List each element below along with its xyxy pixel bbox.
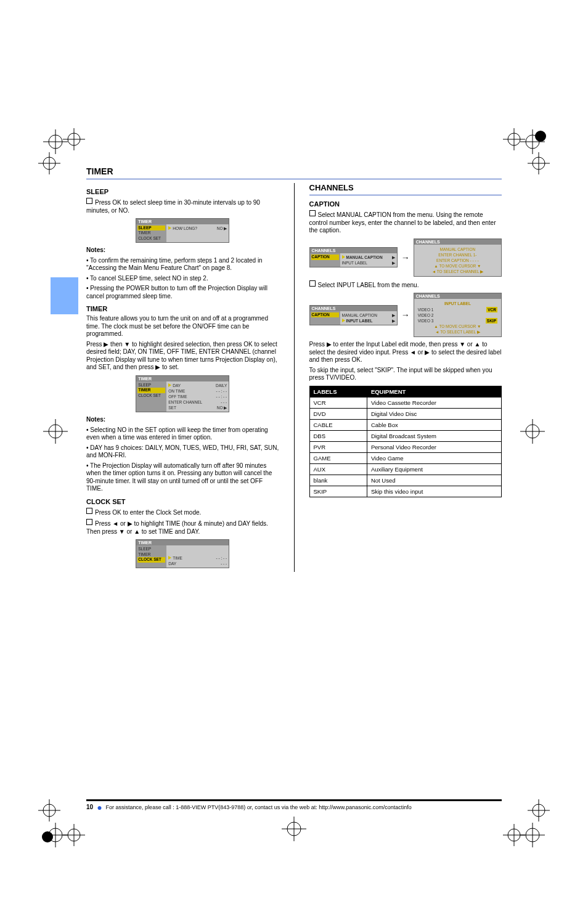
crop-mark-icon	[37, 413, 74, 450]
osd-sleep: TIMER SLEEP TIMER CLOCK SET HOW LONG?NO …	[136, 218, 229, 243]
table-row: PVRPersonal Video Recorder	[309, 441, 502, 452]
osd-side-item: TIMER	[137, 552, 165, 557]
table-cell: Digital Video Disc	[367, 408, 501, 419]
table-cell: Video Cassette Recorder	[367, 397, 501, 408]
osd-side: SLEEP TIMER CLOCK SET	[136, 224, 166, 242]
osd-foot: ▲ TO MOVE CURSOR ▼	[418, 324, 497, 329]
cursor-icon	[342, 255, 345, 259]
right-column: CHANNELS CAPTION Select MANUAL CAPTION f…	[309, 183, 502, 572]
osd-row-label: INPUT LABEL	[346, 319, 373, 323]
checkbox-icon	[86, 198, 92, 204]
osd-row-value: ▶	[392, 260, 395, 266]
table-row: VCRVideo Cassette Recorder	[309, 397, 502, 408]
content-area: TIMER SLEEP Press OK to select sleep tim…	[86, 166, 502, 810]
table-cell: VCR	[309, 397, 367, 408]
crop-corner-icon	[526, 151, 551, 176]
sleep-bullet-text: Press OK to select sleep time in 30-minu…	[86, 199, 260, 214]
sleep-note: • To confirm the remaining time, perform…	[86, 257, 279, 272]
osd-row-label: SET	[168, 405, 176, 410]
table-row: DVDDigital Video Disc	[309, 408, 502, 419]
clock-b2: Press ◄ or ▶ to highlight TIME (hour & m…	[86, 520, 268, 535]
timer-step: Press ▶ then ▼ to highlight desired sele…	[86, 341, 279, 372]
osd-channels-manual-right: CHANNELS MANUAL CAPTION ENTER CHANNEL 1-…	[414, 238, 502, 277]
crop-corner-icon	[62, 127, 86, 152]
osd-title-line: INPUT LABEL	[418, 301, 497, 306]
osd-manual-pair: CHANNELS CAPTION MANUAL CAPTION▶ INPUT L…	[309, 238, 502, 277]
arrow-right-icon: →	[401, 253, 410, 263]
cursor-icon	[342, 319, 345, 322]
checkbox-icon	[86, 508, 92, 514]
labels-table: LABELS EQUIPMENT VCRVideo Cassette Recor…	[309, 386, 502, 497]
crop-corner-icon	[37, 798, 62, 823]
footer-note: For assistance, please call : 1-888-VIEW…	[106, 804, 412, 810]
checkbox-icon	[309, 280, 316, 287]
crop-corner-icon	[526, 798, 551, 823]
timer-note: • Selecting NO in the SET option will ke…	[86, 426, 279, 442]
section-tab	[51, 277, 78, 314]
table-head-cell: LABELS	[309, 386, 367, 397]
osd-clock: TIMER SLEEP TIMER CLOCK SET TIME- - : - …	[136, 539, 229, 568]
caption-heading: CAPTION	[309, 200, 502, 208]
table-cell: GAME	[309, 452, 367, 463]
clock-bullet: Press ◄ or ▶ to highlight TIME (hour & m…	[86, 519, 279, 536]
osd-header: CHANNELS	[414, 293, 501, 299]
table-head-cell: EQUIPMENT	[367, 386, 501, 397]
table-cell: AUX	[309, 463, 367, 475]
table-cell: Auxiliary Equipment	[367, 463, 501, 475]
crop-corner-icon	[502, 127, 526, 152]
osd-row-label: OFF TIME	[168, 394, 187, 399]
osd-side-item: TIMER	[137, 230, 165, 235]
page-footer: 10 ● For assistance, please call : 1-888…	[86, 799, 502, 810]
osd-row-value: NO ▶	[217, 405, 227, 410]
crop-corner-icon	[37, 151, 62, 176]
osd-row-label: MANUAL CAPTION	[342, 312, 378, 318]
osd-main: TIME- - : - - DAY- - -	[166, 545, 229, 568]
table-head-row: LABELS EQUIPMENT	[309, 386, 502, 397]
registration-dot-icon	[535, 131, 546, 142]
checkbox-icon	[86, 519, 92, 525]
table-cell: Cable Box	[367, 419, 501, 430]
osd-row-value: - - : - -	[216, 394, 227, 399]
osd-row-value: - - : - -	[216, 555, 227, 561]
osd-row-value: SKIP	[486, 318, 497, 324]
osd-header: CHANNELS	[310, 306, 397, 311]
osd-header: CHANNELS	[310, 248, 397, 253]
timer-intro: This feature allows you to turn the unit…	[86, 315, 279, 338]
caption-bullet: Select MANUAL CAPTION from the menu. Usi…	[309, 210, 502, 235]
osd-side-item: TIMER	[137, 388, 165, 393]
osd-side-item: SLEEP	[137, 547, 165, 552]
table-cell: DBS	[309, 430, 367, 441]
table-row: AUXAuxiliary Equipment	[309, 463, 502, 475]
crop-mark-icon	[514, 413, 551, 450]
osd-channels-input-right: CHANNELS INPUT LABEL VIDEO 1VCR VIDEO 2 …	[414, 293, 502, 337]
osd-side-item: CLOCK SET	[137, 557, 165, 562]
table-row: GAMEVideo Game	[309, 452, 502, 463]
osd-side-item: CAPTION	[311, 312, 339, 317]
osd-row-value: ▶	[392, 312, 395, 318]
osd-side: SLEEP TIMER CLOCK SET	[136, 381, 166, 412]
cursor-icon	[168, 226, 171, 230]
osd-line: ◄ TO SELECT CHANNEL ▶	[418, 269, 497, 274]
page-number: 10	[86, 804, 93, 810]
crop-mark-icon	[276, 810, 312, 847]
table-row: blankNot Used	[309, 475, 502, 486]
table-row: DBSDigital Broadcast System	[309, 430, 502, 441]
osd-side-item: SLEEP	[137, 226, 165, 230]
osd-row-label: ENTER CHANNEL	[168, 399, 202, 405]
page-title: TIMER	[86, 166, 502, 176]
osd-side-item: CLOCK SET	[137, 236, 165, 241]
column-divider	[294, 183, 295, 572]
notes-heading: Notes:	[86, 247, 105, 253]
timer-note: • The Projection Display will automatica…	[86, 462, 279, 493]
table-cell: Not Used	[367, 475, 501, 486]
osd-line: MANUAL CAPTION	[418, 247, 497, 252]
osd-row-label: VIDEO 3	[418, 318, 434, 324]
osd-channels-manual-left: CHANNELS CAPTION MANUAL CAPTION▶ INPUT L…	[309, 247, 398, 267]
table-cell: Personal Video Recorder	[367, 441, 501, 452]
clock-heading: CLOCK SET	[86, 498, 279, 505]
osd-header: TIMER	[136, 219, 229, 224]
osd-row-value: - - -	[221, 399, 227, 405]
table-cell: DVD	[309, 408, 367, 419]
clock-b1: Press OK to enter the Clock Set mode.	[95, 509, 201, 516]
osd-row-label: ON TIME	[168, 388, 185, 394]
